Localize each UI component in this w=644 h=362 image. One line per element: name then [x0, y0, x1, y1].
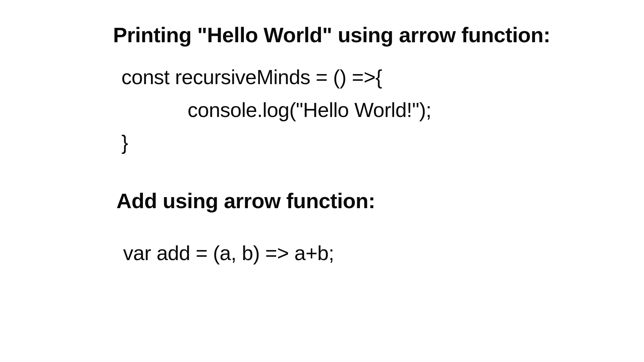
- code-line: }: [121, 131, 128, 154]
- code-line: const recursiveMinds = () =>{: [121, 66, 382, 88]
- section-2-code-block: var add = (a, b) => a+b;: [123, 237, 644, 270]
- section-1-code-block: const recursiveMinds = () =>{ console.lo…: [121, 61, 644, 159]
- code-line: console.log("Hello World!");: [121, 99, 431, 121]
- section-2-heading: Add using arrow function:: [116, 189, 644, 213]
- code-line: var add = (a, b) => a+b;: [123, 242, 334, 264]
- document-content: Printing "Hello World" using arrow funct…: [0, 0, 644, 269]
- section-1-heading: Printing "Hello World" using arrow funct…: [113, 23, 644, 47]
